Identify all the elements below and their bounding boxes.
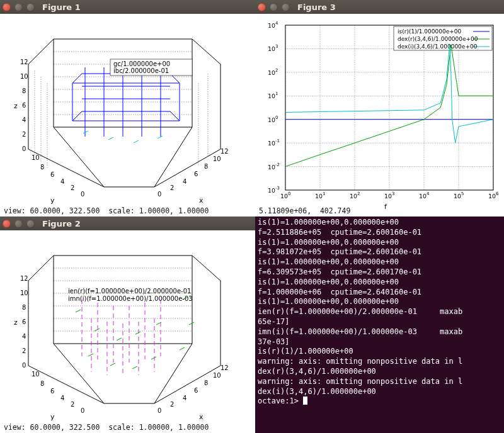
figure-1-titlebar[interactable]: Figure 1 xyxy=(0,0,255,14)
svg-text:101: 101 xyxy=(315,191,326,200)
fig2-zlabel: z xyxy=(14,318,18,327)
svg-text:103: 103 xyxy=(384,191,395,200)
svg-text:0: 0 xyxy=(158,407,161,414)
svg-text:8: 8 xyxy=(40,380,44,387)
svg-line-70 xyxy=(76,310,81,312)
fig2-ylabel: y xyxy=(50,413,55,421)
fig3-legend-b: dex(r)(3,4,6)/1.000000e+00 xyxy=(398,36,478,42)
fig2-xlabel: x xyxy=(199,413,203,421)
svg-text:4: 4 xyxy=(22,116,26,123)
figure-3-status: 5.11809e+06, 402.749 xyxy=(259,206,350,215)
svg-text:6: 6 xyxy=(194,387,198,394)
maximize-icon[interactable] xyxy=(26,220,35,228)
svg-text:8: 8 xyxy=(40,164,44,171)
svg-text:100: 100 xyxy=(280,191,291,200)
minimize-icon[interactable] xyxy=(14,3,23,11)
svg-text:4: 4 xyxy=(22,333,26,340)
fig1-zlabel: z xyxy=(14,102,18,110)
maximize-icon[interactable] xyxy=(282,3,290,11)
svg-text:10: 10 xyxy=(32,154,40,161)
svg-text:2: 2 xyxy=(71,401,74,408)
svg-line-71 xyxy=(94,329,100,331)
close-icon[interactable] xyxy=(3,3,11,11)
svg-text:10: 10 xyxy=(213,155,221,162)
svg-line-76 xyxy=(110,363,115,366)
fig3-legend-c: dex(i)(3,4,6)/1.000000e+00 xyxy=(398,43,478,50)
svg-text:8: 8 xyxy=(204,163,208,170)
svg-text:6: 6 xyxy=(22,102,26,109)
svg-text:4: 4 xyxy=(60,395,64,402)
svg-text:10: 10 xyxy=(32,371,40,378)
figure-1-status: view: 60.0000, 322.500 scale: 1.00000, 1… xyxy=(4,206,209,215)
svg-text:12: 12 xyxy=(220,148,229,155)
svg-text:100: 100 xyxy=(268,115,278,123)
svg-text:0: 0 xyxy=(22,145,26,152)
svg-text:6: 6 xyxy=(22,318,26,325)
svg-line-29 xyxy=(108,137,113,140)
svg-line-31 xyxy=(158,136,163,138)
svg-text:6: 6 xyxy=(50,388,54,395)
svg-text:0: 0 xyxy=(22,362,26,369)
svg-line-28 xyxy=(83,131,88,133)
svg-text:104: 104 xyxy=(268,21,278,29)
figure-1-title: Figure 1 xyxy=(42,3,81,12)
figure-2-plot[interactable]: 0 2 4 6 8 10 12 10 8 6 4 2 0 0 2 4 6 8 1… xyxy=(0,230,255,433)
figure-3-window: Figure 3 100101102103104105106 10-310-21… xyxy=(255,0,504,216)
svg-line-72 xyxy=(117,338,122,340)
figure-3-plot[interactable]: 100101102103104105106 10-310-210-1100101… xyxy=(255,14,504,216)
close-icon[interactable] xyxy=(258,3,266,11)
figure-3-svg: 100101102103104105106 10-310-210-1100101… xyxy=(255,14,504,216)
fig1-ylabel: y xyxy=(50,196,55,205)
svg-text:4: 4 xyxy=(60,178,64,185)
svg-text:8: 8 xyxy=(22,87,26,94)
svg-line-75 xyxy=(88,354,93,356)
svg-text:105: 105 xyxy=(454,191,464,200)
figure-2-status: view: 60.0000, 322.500 scale: 1.00000, 1… xyxy=(4,423,209,432)
terminal-output: is(1)=1.000000e+00,0.000000e+00 f=2.5118… xyxy=(255,216,504,408)
svg-line-80 xyxy=(189,322,194,325)
svg-text:4: 4 xyxy=(183,395,186,402)
minimize-icon[interactable] xyxy=(14,220,23,228)
svg-text:12: 12 xyxy=(20,275,28,282)
svg-text:6: 6 xyxy=(50,171,54,178)
fig2-caption-1: ien(r)(f=1.000000e+00)/2.000000e-01 xyxy=(68,288,191,295)
svg-text:104: 104 xyxy=(419,191,430,200)
figure-2-svg: 0 2 4 6 8 10 12 10 8 6 4 2 0 0 2 4 6 8 1… xyxy=(0,230,255,433)
figure-3-title: Figure 3 xyxy=(297,3,336,12)
svg-text:10-1: 10-1 xyxy=(268,138,280,147)
svg-text:106: 106 xyxy=(488,191,499,200)
svg-line-78 xyxy=(151,357,156,359)
svg-text:12: 12 xyxy=(20,59,28,65)
svg-text:4: 4 xyxy=(183,178,186,185)
figure-2-titlebar[interactable]: Figure 2 xyxy=(0,216,255,230)
svg-text:2: 2 xyxy=(71,184,74,191)
svg-text:0: 0 xyxy=(81,407,84,414)
maximize-icon[interactable] xyxy=(26,3,35,11)
figure-3-titlebar[interactable]: Figure 3 xyxy=(255,0,504,14)
svg-line-73 xyxy=(135,332,140,334)
figure-1-window: Figure 1 xyxy=(0,0,255,216)
svg-text:12: 12 xyxy=(220,364,229,371)
terminal-window[interactable]: is(1)=1.000000e+00,0.000000e+00 f=2.5118… xyxy=(255,216,504,433)
svg-line-23 xyxy=(170,111,180,121)
fig3-legend-a: is(r)(1)/1.000000e+00 xyxy=(398,28,461,35)
svg-text:10: 10 xyxy=(20,290,28,296)
svg-line-81 xyxy=(180,347,185,350)
fig3-legend: is(r)(1)/1.000000e+00 dex(r)(3,4,6)/1.00… xyxy=(394,26,492,50)
figure-1-svg: 0 2 4 6 8 10 12 10 8 6 4 2 0 0 2 4 6 8 1… xyxy=(0,14,255,216)
svg-line-22 xyxy=(72,111,82,121)
svg-text:2: 2 xyxy=(22,131,26,138)
fig1-legend-2: ibc/2.000000e-01 xyxy=(113,67,169,74)
fig2-caption-2: imn(i)(f=1.000000e+00)/1.000000e-03 xyxy=(68,295,193,302)
svg-line-77 xyxy=(132,366,137,369)
close-icon[interactable] xyxy=(3,220,11,228)
minimize-icon[interactable] xyxy=(270,3,278,11)
terminal-cursor xyxy=(303,396,307,405)
fig3-xlabel: f xyxy=(384,203,387,211)
svg-text:103: 103 xyxy=(268,44,278,52)
svg-text:10-2: 10-2 xyxy=(268,162,280,171)
svg-text:2: 2 xyxy=(170,401,174,408)
figure-1-plot[interactable]: 0 2 4 6 8 10 12 10 8 6 4 2 0 0 2 4 6 8 1… xyxy=(0,14,255,216)
svg-text:8: 8 xyxy=(204,380,208,386)
figure-2-title: Figure 2 xyxy=(42,219,81,228)
